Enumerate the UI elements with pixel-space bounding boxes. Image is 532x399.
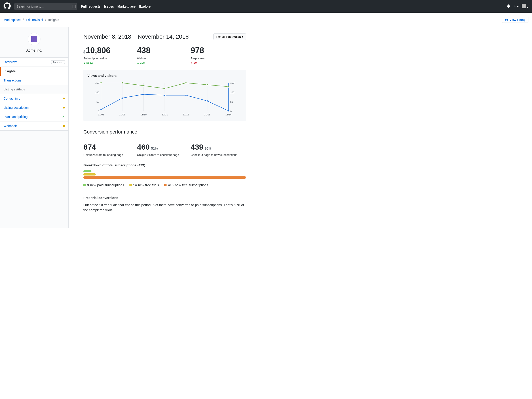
- svg-point-37: [164, 94, 166, 96]
- breadcrumb-marketplace[interactable]: Marketplace: [4, 18, 21, 22]
- eye-icon: [505, 18, 508, 21]
- conversion-label: Checkout page to new subscriptions: [191, 153, 244, 157]
- bar-free-subscriptions: [83, 176, 246, 179]
- topnav-links: Pull requests Issues Marketplace Explore: [81, 5, 151, 8]
- topnav-right: [507, 4, 528, 9]
- svg-text:150: 150: [230, 81, 234, 84]
- sidebar-section-header: Listing settings: [0, 85, 68, 94]
- sidebar-item-contact-info[interactable]: Contact info: [0, 94, 68, 103]
- sidebar-item-plans-pricing[interactable]: Plans and pricing ✓: [0, 112, 68, 122]
- period-selector[interactable]: Period: Past Week ▾: [214, 33, 246, 40]
- sidebar-item-insights[interactable]: Insights: [0, 67, 68, 76]
- plus-icon: [513, 5, 516, 8]
- trial-body: Out of the 10 free trials that ended thi…: [83, 202, 246, 213]
- nav-pull-requests[interactable]: Pull requests: [81, 5, 101, 8]
- metric-delta: 105: [137, 61, 191, 64]
- breadcrumb-current: Insights: [48, 18, 59, 22]
- svg-point-30: [164, 88, 166, 89]
- svg-point-32: [207, 84, 208, 86]
- conversion-subscriptions: 43995% Checkout page to new subscription…: [191, 143, 244, 157]
- sidebar-item-label: Webhook: [4, 124, 17, 128]
- arrow-down-icon: [191, 61, 193, 64]
- svg-text:50: 50: [230, 100, 233, 103]
- arrow-up-icon: [83, 61, 85, 64]
- svg-text:11/10: 11/10: [140, 113, 147, 116]
- legend-swatch-icon: [83, 184, 86, 186]
- legend-trials: 14 new free trials: [129, 183, 159, 187]
- status-dot-icon: [63, 125, 65, 127]
- conversion-checkout: 46052% Unique visitors to checkout page: [137, 143, 191, 157]
- subnav: Marketplace / Edit travis-ci / Insights …: [0, 13, 532, 27]
- sidebar-item-transactions[interactable]: Transactions: [0, 76, 68, 85]
- sidebar-item-webhook[interactable]: Webhook: [0, 122, 68, 131]
- svg-text:11/11: 11/11: [162, 113, 168, 116]
- view-listing-button[interactable]: View listing: [502, 17, 528, 23]
- caret-down-icon: [527, 7, 528, 8]
- svg-text:11/09: 11/09: [119, 113, 125, 116]
- breakdown-title: Breakdown of total subscriptions (439): [83, 163, 246, 167]
- conversion-pct: 52%: [151, 147, 158, 150]
- svg-text:11/12: 11/12: [183, 113, 189, 116]
- arrow-up-icon: [137, 61, 139, 64]
- legend-swatch-icon: [164, 184, 166, 186]
- breakdown-legend: 9 new paid subscriptions 14 new free tri…: [83, 183, 246, 187]
- metric-label: Pageviews: [191, 57, 244, 60]
- svg-point-31: [185, 82, 187, 84]
- svg-text:0: 0: [98, 110, 99, 113]
- bell-icon: [507, 4, 510, 8]
- svg-point-39: [207, 100, 208, 102]
- sidebar-item-label: Plans and pricing: [4, 115, 27, 119]
- metric-value: 978: [191, 46, 244, 55]
- svg-point-27: [100, 82, 102, 84]
- search-input[interactable]: [14, 3, 77, 10]
- sidebar-header: Acme Inc.: [0, 27, 68, 57]
- metric-label: Subscription value: [83, 57, 137, 60]
- sidebar-item-label: Listing description: [4, 106, 29, 109]
- check-icon: ✓: [62, 115, 65, 119]
- github-logo[interactable]: [4, 2, 11, 10]
- svg-text:0: 0: [230, 110, 232, 113]
- metric-subscription-value: $10,806 Subscription value $552: [83, 46, 137, 64]
- metric-visitors: 438 Visitors 105: [137, 46, 191, 64]
- bar-paid-subscriptions: [83, 170, 91, 172]
- avatar-icon: [522, 4, 526, 8]
- date-range: November 8, 2018 – November 14, 2018: [83, 33, 189, 40]
- app-name: Acme Inc.: [0, 49, 68, 52]
- svg-point-35: [122, 97, 123, 99]
- notifications-button[interactable]: [507, 4, 510, 8]
- nav-issues[interactable]: Issues: [104, 5, 114, 8]
- create-new-button[interactable]: [513, 5, 519, 8]
- conversion-title: Conversion performance: [83, 129, 246, 137]
- svg-text:100: 100: [95, 91, 99, 94]
- legend-free: 416 new free subscriptions: [164, 183, 208, 187]
- svg-point-38: [185, 94, 187, 96]
- sidebar-item-listing-description[interactable]: Listing description: [0, 103, 68, 112]
- nav-explore[interactable]: Explore: [139, 5, 150, 8]
- user-menu-button[interactable]: [522, 4, 528, 9]
- sidebar-list: Overview Approved Insights Transactions …: [0, 57, 68, 131]
- search-wrap: /: [14, 3, 77, 10]
- period-prefix: Period:: [216, 35, 226, 38]
- metric-label: Visitors: [137, 57, 191, 60]
- status-dot-icon: [63, 98, 65, 99]
- conversion-value: 874: [83, 143, 96, 151]
- trial-section: Free trial conversions Out of the 10 fre…: [83, 196, 246, 213]
- app-icon-glyph: [31, 36, 37, 42]
- top-nav: / Pull requests Issues Marketplace Explo…: [0, 0, 532, 13]
- date-row: November 8, 2018 – November 14, 2018 Per…: [83, 33, 246, 40]
- chart-panel: Views and visitors 11/0811/0911/1011/111…: [83, 70, 246, 121]
- svg-text:100: 100: [230, 91, 234, 94]
- nav-marketplace[interactable]: Marketplace: [118, 5, 136, 8]
- sidebar-item-label: Insights: [4, 69, 16, 73]
- breakdown-bars: [83, 170, 246, 179]
- metric-delta: $552: [83, 61, 137, 64]
- svg-point-34: [100, 109, 102, 110]
- breadcrumb-edit-listing[interactable]: Edit travis-ci: [26, 18, 43, 22]
- caret-down-icon: ▾: [242, 35, 243, 38]
- breadcrumb-separator: /: [23, 18, 24, 22]
- view-listing-label: View listing: [510, 18, 526, 21]
- svg-text:50: 50: [97, 100, 99, 103]
- legend-swatch-icon: [129, 184, 132, 186]
- search-slash-hint: /: [72, 5, 76, 8]
- sidebar-item-overview[interactable]: Overview Approved: [0, 58, 68, 67]
